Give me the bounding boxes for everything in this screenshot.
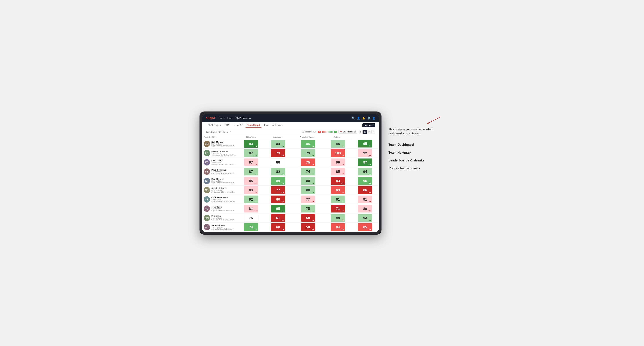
stat-box: 8310▼	[331, 177, 345, 185]
annotation-intro: This is where you can choose which dashb…	[388, 127, 444, 136]
sub-nav-tour[interactable]: Tour	[262, 123, 270, 128]
settings-icon[interactable]: ⚙️	[367, 117, 370, 120]
player-club: Sunningdale Golf Club, United Kingdom	[212, 154, 236, 156]
nav-link-home[interactable]: Home	[218, 116, 224, 120]
avatar: DB	[204, 169, 210, 175]
nav-link-teams[interactable]: Teams	[227, 116, 233, 120]
avatar: BM	[204, 141, 210, 147]
stat-value: 77	[306, 198, 310, 201]
bell-icon[interactable]: 🔔	[362, 117, 365, 120]
stat-cell: 752▲	[292, 204, 324, 213]
player-name[interactable]: Elliot Ebert	[212, 160, 236, 162]
stat-value: 58	[306, 216, 310, 220]
stat-change: 11▼	[281, 155, 284, 156]
stat-change: 4▲	[312, 219, 314, 221]
list-view-button[interactable]: ≡	[367, 130, 371, 134]
stat-change: 2▼	[342, 219, 344, 221]
avatar: CR	[204, 196, 210, 202]
nav-link-performance[interactable]: My Performance	[236, 116, 251, 120]
stat-cell: 836▼	[324, 185, 352, 195]
stat-change: 8▲	[282, 210, 284, 212]
stat-value: 74	[249, 225, 253, 229]
stat-box: 853▼	[331, 168, 345, 175]
player-name[interactable]: David Ford ✓	[212, 178, 236, 180]
sub-nav-hcaps[interactable]: Hcaps 1-5	[232, 123, 245, 128]
stat-box: 741▲	[301, 168, 315, 175]
avatar-icon[interactable]: 👤	[372, 117, 375, 120]
stat-cell: 601▼	[264, 222, 292, 232]
player-name[interactable]: Dave Billingham	[212, 169, 236, 171]
stat-change: 3▼	[254, 210, 257, 212]
sub-nav-all-players[interactable]: All Players	[270, 123, 284, 128]
stat-value: 97	[363, 161, 367, 164]
sub-nav-pgat[interactable]: PGAT Players	[206, 123, 222, 128]
stat-value: 75	[306, 207, 310, 210]
stat-cell: 823▲	[237, 195, 264, 204]
stat-value: 89	[276, 179, 280, 183]
add-team-button[interactable]: Add Team	[362, 123, 375, 127]
stat-value: 83	[249, 188, 253, 192]
table-row: ECEdward Crossman1-5 HandicapSunningdale…	[202, 148, 379, 158]
player-name[interactable]: Charlie Quick ✓	[212, 187, 236, 189]
nav-logo: clippd	[206, 117, 215, 120]
player-name[interactable]: Edward Crossman	[212, 150, 236, 152]
stat-box: 752▲	[301, 205, 315, 212]
player-club: Craigmillar Park, United Kingdom	[212, 200, 236, 202]
stat-change: 3▼	[369, 155, 371, 156]
stat-cell: 88	[264, 158, 292, 167]
stat-value: 103	[335, 151, 341, 155]
stat-value: 95	[276, 207, 280, 210]
player-name[interactable]: Aaron Nicholls	[212, 224, 236, 226]
player-handicap: 1-5 Handicap	[212, 152, 236, 154]
stat-value: 85	[336, 170, 340, 173]
grid-view-button[interactable]: ⊞	[359, 130, 362, 134]
player-name[interactable]: Blair McHarg	[212, 141, 236, 143]
sub-nav-links: PGAT Players PGA Hcaps 1-5 Team Clippd T…	[206, 123, 284, 128]
search-icon[interactable]: 🔍	[352, 117, 355, 120]
stat-change: 8▲	[254, 229, 257, 230]
stat-cell: 975▲	[352, 158, 379, 167]
stat-value: 86	[363, 188, 367, 192]
heatmap-view-button[interactable]: ▦	[363, 130, 367, 134]
player-club: Sunningdale Golf Club, United Kingdom	[212, 163, 236, 165]
stat-value: 82	[249, 198, 253, 201]
stat-change: 4▲	[254, 173, 257, 175]
edit-icon[interactable]: ✎	[230, 131, 231, 133]
stat-box: 934▲	[244, 140, 258, 148]
player-name[interactable]: Chris Robertson ✓	[212, 196, 236, 199]
stat-cell: 959▲	[352, 139, 379, 148]
stat-change: 3▼	[254, 182, 257, 184]
stat-change: 3▼	[282, 219, 284, 221]
stat-box: 803▲	[301, 177, 315, 185]
svg-line-0	[427, 117, 441, 124]
stat-cell: 943▲	[352, 213, 379, 222]
change-neg: -5	[318, 131, 320, 133]
download-button[interactable]: ↓	[371, 130, 375, 134]
last-rounds-value: 20	[354, 131, 356, 133]
stat-change: 3▲	[254, 201, 257, 202]
stat-change: 10▲	[311, 229, 314, 230]
stat-value: 82	[276, 170, 280, 173]
stat-value: 83	[336, 179, 340, 183]
stat-value: 87	[249, 170, 253, 173]
stat-cell: 892▼	[352, 204, 379, 213]
approach-col-header: Approach ▼	[264, 135, 292, 139]
stat-change: 4▲	[254, 145, 257, 147]
stat-value: 89	[363, 207, 367, 210]
sub-nav-team-clippd[interactable]: Team Clippd	[246, 123, 262, 128]
svg-marker-1	[427, 122, 429, 124]
stat-value: 93	[249, 142, 253, 146]
player-name[interactable]: Josh Coles	[212, 206, 236, 208]
stat-cell: 813▼	[237, 204, 264, 213]
player-club: Royal North Devon Golf Club, United King…	[212, 145, 236, 147]
stat-cell: 873▼	[237, 158, 264, 167]
player-name[interactable]: Matt Miller	[212, 215, 236, 217]
stat-change: 1▼	[282, 229, 284, 230]
stat-box: 8421▲	[331, 223, 345, 231]
user-icon[interactable]: 👤	[357, 117, 360, 120]
sub-nav-pga[interactable]: PGA	[223, 123, 231, 128]
stat-change: 3▲	[369, 182, 371, 184]
last-rounds-button[interactable]: 📅 Last Rounds: 20	[338, 130, 357, 134]
stat-value: 80	[306, 179, 310, 183]
stat-cell: 854▼	[352, 222, 379, 232]
